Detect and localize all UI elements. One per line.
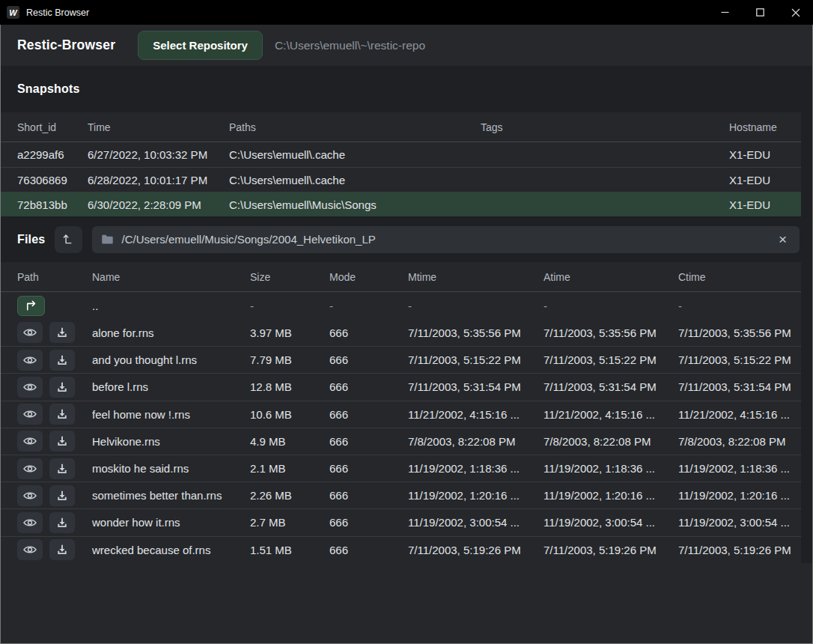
column-header-paths[interactable]: Paths <box>229 121 481 133</box>
column-header-size[interactable]: Size <box>250 271 329 283</box>
file-atime: 7/11/2003, 5:19:26 PM <box>543 544 678 556</box>
file-atime: 11/19/2002, 3:00:54 ... <box>543 516 678 529</box>
minimize-button[interactable] <box>707 0 743 25</box>
file-size: 1.51 MB <box>250 544 329 556</box>
clear-path-button[interactable]: × <box>773 231 792 248</box>
download-file-button[interactable] <box>49 377 75 398</box>
download-icon <box>56 463 68 475</box>
preview-file-button[interactable] <box>17 322 43 343</box>
column-header-atime[interactable]: Atime <box>543 271 678 283</box>
preview-file-button[interactable] <box>17 404 43 425</box>
file-row[interactable]: moskito he said.rns 2.1 MB 666 11/19/200… <box>1 455 801 482</box>
column-header-ctime[interactable]: Ctime <box>678 271 801 283</box>
file-mtime: 7/8/2003, 8:22:08 PM <box>408 435 543 448</box>
column-header-time[interactable]: Time <box>88 121 229 133</box>
file-row[interactable]: wonder how it.rns 2.7 MB 666 11/19/2002,… <box>1 508 801 535</box>
column-header-tags[interactable]: Tags <box>481 121 729 133</box>
select-repository-button[interactable]: Select Repository <box>138 31 263 60</box>
file-name: moskito he said.rns <box>92 462 250 475</box>
preview-file-button[interactable] <box>17 377 43 398</box>
snapshot-row[interactable]: 76306869 6/28/2022, 10:01:17 PM C:\Users… <box>1 167 801 192</box>
preview-file-button[interactable] <box>17 539 43 560</box>
file-mtime: 7/11/2003, 5:15:22 PM <box>408 353 543 366</box>
download-file-button[interactable] <box>49 431 75 452</box>
file-row[interactable]: sometimes better than.rns 2.26 MB 666 11… <box>1 482 801 508</box>
file-ctime: 7/11/2003, 5:35:56 PM <box>678 326 801 339</box>
wails-logo-icon: W <box>7 6 19 19</box>
column-header-short-id[interactable]: Short_id <box>17 121 88 133</box>
file-mode: 666 <box>329 462 408 475</box>
file-mtime: 7/11/2003, 5:35:56 PM <box>408 326 543 339</box>
eye-icon <box>22 381 37 393</box>
eye-icon <box>22 408 37 420</box>
preview-file-button[interactable] <box>17 458 43 479</box>
parent-directory-row[interactable]: .. - - - - - <box>1 292 801 319</box>
preview-file-button[interactable] <box>17 350 43 371</box>
empty-area <box>1 563 812 643</box>
download-icon <box>56 490 68 502</box>
column-header-mode[interactable]: Mode <box>329 271 408 283</box>
file-name: and you thought l.rns <box>92 353 250 366</box>
go-to-parent-button[interactable] <box>17 296 45 316</box>
download-file-button[interactable] <box>49 512 75 533</box>
file-mode: 666 <box>329 544 408 556</box>
close-button[interactable] <box>778 0 813 25</box>
download-file-button[interactable] <box>49 485 75 506</box>
file-ctime: 11/19/2002, 1:18:36 ... <box>678 462 801 475</box>
parent-row-ctime: - <box>678 300 801 312</box>
file-name: Helvikone.rns <box>92 435 250 448</box>
file-row[interactable]: alone for.rns 3.97 MB 666 7/11/2003, 5:3… <box>1 319 801 346</box>
download-file-button[interactable] <box>49 539 75 560</box>
current-path-text: /C/Users/emuell/Music/Songs/2004_Helveti… <box>121 233 765 246</box>
file-size: 2.1 MB <box>250 462 329 475</box>
file-name: alone for.rns <box>92 326 250 339</box>
close-icon <box>791 8 800 17</box>
download-icon <box>56 408 68 420</box>
file-atime: 11/19/2002, 1:20:16 ... <box>543 489 678 502</box>
app-body: Restic-Browser Select Repository C:\User… <box>0 25 813 644</box>
file-mtime: 7/11/2003, 5:19:26 PM <box>408 544 543 556</box>
column-header-name[interactable]: Name <box>92 271 250 283</box>
titlebar[interactable]: W Restic Browser <box>0 0 813 25</box>
maximize-button[interactable] <box>743 0 778 25</box>
file-mode: 666 <box>329 326 408 339</box>
path-breadcrumb[interactable]: /C/Users/emuell/Music/Songs/2004_Helveti… <box>92 226 800 253</box>
preview-file-button[interactable] <box>17 485 43 506</box>
file-size: 12.8 MB <box>250 380 329 393</box>
file-row[interactable]: Helvikone.rns 4.9 MB 666 7/8/2003, 8:22:… <box>1 428 801 455</box>
download-file-button[interactable] <box>49 458 75 479</box>
window-controls <box>707 0 813 25</box>
download-icon <box>56 435 68 447</box>
snapshot-paths: C:\Users\emuell\.cache <box>229 174 481 186</box>
file-row[interactable]: and you thought l.rns 7.79 MB 666 7/11/2… <box>1 346 801 373</box>
file-row[interactable]: feel home now !.rns 10.6 MB 666 11/21/20… <box>1 401 801 428</box>
preview-file-button[interactable] <box>17 431 43 452</box>
snapshot-short-id: 72b813bb <box>17 198 88 211</box>
file-mtime: 11/19/2002, 3:00:54 ... <box>408 516 543 529</box>
column-header-mtime[interactable]: Mtime <box>408 271 543 283</box>
snapshot-row[interactable]: 72b813bb 6/30/2022, 2:28:09 PM C:\Users\… <box>1 192 801 216</box>
eye-icon <box>22 490 37 502</box>
download-file-button[interactable] <box>49 350 75 371</box>
eye-icon <box>22 435 37 447</box>
download-icon <box>56 354 68 366</box>
goto-root-button[interactable] <box>55 226 82 253</box>
file-size: 4.9 MB <box>250 435 329 448</box>
column-header-path[interactable]: Path <box>17 271 92 283</box>
download-file-button[interactable] <box>49 404 75 425</box>
file-atime: 7/11/2003, 5:15:22 PM <box>543 353 678 366</box>
file-name: wonder how it.rns <box>92 516 250 529</box>
download-file-button[interactable] <box>49 322 75 343</box>
eye-icon <box>22 517 37 529</box>
preview-file-button[interactable] <box>17 512 43 533</box>
file-size: 3.97 MB <box>250 326 329 339</box>
eye-icon <box>22 354 37 366</box>
file-row[interactable]: before l.rns 12.8 MB 666 7/11/2003, 5:31… <box>1 373 801 400</box>
app-header: Restic-Browser Select Repository C:\User… <box>1 25 812 66</box>
column-header-hostname[interactable]: Hostname <box>729 121 801 133</box>
file-row[interactable]: wrecked because of.rns 1.51 MB 666 7/11/… <box>1 536 801 563</box>
parent-row-atime: - <box>543 300 678 312</box>
files-table-header: Path Name Size Mode Mtime Atime Ctime <box>1 262 801 292</box>
snapshot-row[interactable]: a2299af6 6/27/2022, 10:03:32 PM C:\Users… <box>1 142 801 167</box>
file-size: 10.6 MB <box>250 408 329 421</box>
